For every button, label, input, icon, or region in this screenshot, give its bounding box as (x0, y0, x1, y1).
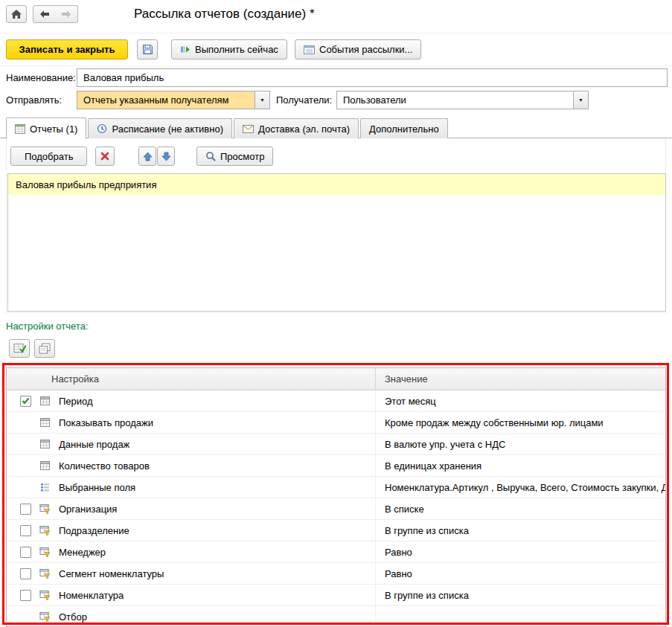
home-icon (10, 9, 22, 19)
send-mode-select[interactable]: Отчеты указанным получателям ▼ (77, 91, 270, 109)
setting-value[interactable]: Кроме продаж между собственными юр. лица… (375, 412, 665, 433)
preview-button[interactable]: Просмотр (196, 147, 273, 166)
setting-name: Подразделение (59, 520, 375, 541)
setting-value[interactable]: В единицах хранения (375, 455, 665, 476)
setting-value[interactable]: В валюте упр. учета с НДС (375, 434, 665, 454)
settings-table-row[interactable]: ОрганизацияВ списке (7, 498, 665, 520)
setting-checkbox-unchecked[interactable] (20, 590, 31, 601)
setting-value[interactable]: В списке (375, 498, 665, 519)
tab-reports[interactable]: Отчеты (1) (6, 118, 86, 139)
setting-value[interactable]: Равно (375, 563, 665, 584)
recipients-value: Пользователи (337, 91, 573, 109)
recipients-dropdown-button[interactable]: ▼ (573, 91, 588, 109)
move-down-button[interactable] (157, 147, 175, 166)
schedule-icon (97, 123, 107, 134)
preview-label: Просмотр (220, 151, 264, 162)
report-settings-label: Настройки отчета: (6, 321, 88, 332)
settings-table-row[interactable]: Сегмент номенклатурыРавно (7, 563, 665, 585)
edit-settings-button[interactable] (9, 339, 30, 358)
setting-value[interactable]: В группе из списка (375, 520, 665, 541)
tab-more[interactable]: Дополнительно (360, 118, 448, 138)
setting-value[interactable]: Этот месяц (375, 390, 665, 411)
settings-table-row[interactable]: НоменклатураВ группе из списка (7, 585, 665, 606)
report-list[interactable]: Валовая прибыль предприятия (7, 173, 666, 312)
copy-settings-button[interactable] (34, 339, 55, 358)
checkbox-cell (7, 434, 39, 454)
filter-icon (39, 590, 51, 600)
mailing-events-label: События рассылки... (319, 44, 412, 55)
setting-value[interactable]: Равно (375, 541, 665, 562)
arrow-down-icon (161, 152, 171, 161)
save-and-close-button[interactable]: Записать и закрыть (6, 39, 128, 60)
settings-table-row[interactable]: Количество товаровВ единицах хранения (7, 455, 665, 477)
setting-icon-cell (39, 455, 59, 476)
name-input[interactable] (77, 68, 668, 87)
settings-table-row[interactable]: Отбор (7, 606, 665, 627)
filter-icon (39, 611, 51, 622)
mailing-events-button[interactable]: События рассылки... (295, 39, 421, 60)
setting-value[interactable]: Номенклатура.Артикул , Выручка, Всего, С… (375, 477, 665, 498)
tab-label: Доставка (эл. почта) (258, 123, 350, 135)
setting-checkbox-unchecked[interactable] (20, 525, 31, 536)
tab-delivery[interactable]: Доставка (эл. почта) (234, 118, 359, 138)
back-arrow-icon (39, 10, 51, 19)
recipients-select[interactable]: Пользователи ▼ (336, 91, 589, 109)
setting-icon-cell (39, 541, 59, 562)
forward-button[interactable] (55, 5, 78, 23)
move-up-button[interactable] (138, 147, 156, 166)
checkbox-cell (7, 563, 39, 584)
setting-value[interactable] (375, 606, 665, 627)
setting-icon-cell (39, 390, 59, 411)
settings-table-row[interactable]: Показывать продажиКроме продаж между соб… (7, 412, 665, 434)
tab-schedule[interactable]: Расписание (не активно) (88, 118, 232, 138)
run-now-button[interactable]: Выполнить сейчас (171, 39, 287, 60)
home-button[interactable] (6, 5, 27, 23)
parameter-icon (39, 460, 51, 471)
pick-button[interactable]: Подобрать (10, 147, 87, 166)
setting-icon-cell (39, 412, 59, 433)
chevron-down-icon: ▼ (260, 97, 265, 103)
fields-icon (39, 482, 51, 492)
setting-name: Отбор (59, 606, 375, 627)
setting-checkbox-unchecked[interactable] (20, 504, 31, 515)
save-button[interactable] (137, 39, 158, 60)
setting-checkbox-checked[interactable] (20, 396, 31, 407)
setting-value[interactable]: В группе из списка (375, 585, 665, 605)
settings-edit-icon (13, 343, 26, 354)
delete-button[interactable] (95, 147, 115, 166)
setting-name: Номенклатура (59, 585, 375, 605)
filter-icon (39, 547, 51, 557)
settings-table-row[interactable]: Данные продажВ валюте упр. учета с НДС (7, 434, 665, 455)
send-mode-label: Отправлять: (6, 94, 62, 106)
settings-table-row[interactable]: ПодразделениеВ группе из списка (7, 520, 665, 541)
parameter-icon (39, 396, 51, 406)
filter-icon (39, 525, 51, 536)
report-list-item[interactable]: Валовая прибыль предприятия (8, 174, 665, 195)
setting-name: Период (59, 390, 375, 411)
recipients-label: Получатели: (276, 94, 332, 106)
settings-copy-icon (39, 343, 51, 354)
setting-icon-cell (39, 563, 59, 584)
delete-icon (100, 152, 109, 161)
send-mode-dropdown-button[interactable]: ▼ (255, 91, 269, 109)
settings-table-row[interactable]: МенеджерРавно (7, 541, 665, 563)
parameter-icon (39, 439, 51, 449)
events-icon (304, 45, 315, 54)
separator (0, 33, 672, 33)
settings-table-row[interactable]: ПериодЭтот месяц (7, 390, 665, 412)
forward-arrow-icon (60, 10, 72, 19)
checkbox-cell (7, 412, 39, 433)
filter-icon (39, 504, 51, 514)
column-header-value: Значение (375, 368, 665, 390)
setting-name: Выбранные поля (59, 477, 375, 498)
settings-table-row[interactable]: Выбранные поляНоменклатура.Артикул , Выр… (7, 477, 665, 498)
back-button[interactable] (33, 5, 56, 23)
checkbox-cell (7, 520, 39, 541)
checkbox-cell (7, 606, 39, 627)
settings-table-header: Настройка Значение (7, 368, 665, 390)
run-now-label: Выполнить сейчас (195, 44, 278, 55)
setting-checkbox-unchecked[interactable] (20, 547, 31, 558)
checkbox-cell (7, 477, 39, 498)
checkbox-cell (7, 585, 39, 605)
setting-checkbox-unchecked[interactable] (20, 568, 31, 579)
